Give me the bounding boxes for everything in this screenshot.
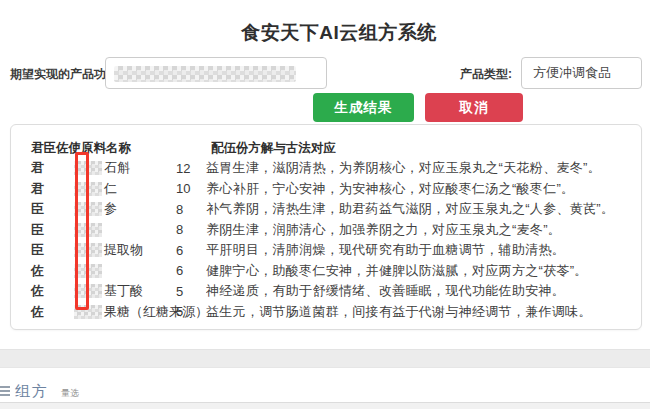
- table-row: 佐 果糖（红糖来源） 5 益生元，调节肠道菌群，间接有益于代谢与神经调节，兼作调…: [11, 302, 641, 323]
- redacted-ingredient-block: [74, 305, 102, 319]
- product-type-select[interactable]: 方便冲调食品: [521, 57, 642, 89]
- redacted-ingredient-block: [74, 264, 102, 278]
- table-row: 佐 基丁酸 5 神经递质，有助于舒缓情绪、改善睡眠，现代功能佐助安神。: [11, 281, 641, 302]
- redacted-input-value: [114, 66, 296, 82]
- generate-result-button[interactable]: 生成结果: [313, 93, 414, 122]
- column-header-ingredients: 君臣佐使原料名称: [31, 140, 196, 157]
- row-description: 神经递质，有助于舒缓情绪、改善睡眠，现代功能佐助安神。: [206, 282, 641, 300]
- table-row: 臣 8 养阴生津，润肺清心，加强养阴之力，对应玉泉丸之“麦冬”。: [11, 220, 641, 241]
- role-label: 佐: [31, 303, 63, 321]
- role-label: 臣: [31, 221, 63, 239]
- function-input[interactable]: [105, 57, 327, 89]
- ingredient-name: 石斛: [63, 159, 176, 177]
- ingredient-name: 果糖（红糖来源）: [63, 303, 176, 321]
- ingredient-name: [63, 264, 176, 278]
- row-description: 益生元，调节肠道菌群，间接有益于代谢与神经调节，兼作调味。: [206, 303, 641, 321]
- table-row: 君 仁 10 养心补肝，宁心安神，为安神核心，对应酸枣仁汤之“酸枣仁”。: [11, 179, 641, 200]
- ratio-value: 6: [176, 263, 206, 278]
- hamburger-icon[interactable]: [0, 386, 10, 397]
- role-label: 君: [31, 180, 63, 198]
- role-label: 佐: [31, 282, 63, 300]
- redacted-ingredient-block: [74, 161, 102, 175]
- ratio-value: 10: [176, 181, 206, 196]
- footer-divider-band: [0, 349, 650, 368]
- ingredient-name: 参: [63, 200, 176, 218]
- ratio-value: 5: [176, 284, 206, 299]
- ratio-value: 5: [176, 304, 206, 319]
- row-description: 养心补肝，宁心安神，为安神核心，对应酸枣仁汤之“酸枣仁”。: [206, 180, 641, 198]
- ratio-value: 6: [176, 243, 206, 258]
- row-description: 补气养阴，清热生津，助君药益气滋阴，对应玉泉丸之“人参、黄芪”。: [206, 200, 641, 218]
- function-label: 期望实现的产品功能: [10, 66, 118, 83]
- page-title: 食安天下AI云组方系统: [0, 20, 650, 46]
- section-title-zufang[interactable]: 组方: [15, 382, 49, 401]
- redacted-ingredient-block: [74, 243, 102, 257]
- role-label: 臣: [31, 241, 63, 259]
- ratio-value: 8: [176, 202, 206, 217]
- row-description: 平肝明目，清肺润燥，现代研究有助于血糖调节，辅助清热。: [206, 241, 641, 259]
- ratio-value: 8: [176, 222, 206, 237]
- ingredient-name: [63, 223, 176, 237]
- product-type-value: 方便冲调食品: [533, 65, 611, 80]
- redacted-ingredient-block: [74, 182, 102, 196]
- footer-nav: 组方 量选: [0, 381, 650, 401]
- section-subtext: 量选: [61, 387, 79, 400]
- row-description: 养阴生津，润肺清心，加强养阴之力，对应玉泉丸之“麦冬”。: [206, 221, 641, 239]
- table-row: 臣 参 8 补气养阴，清热生津，助君药益气滋阴，对应玉泉丸之“人参、黄芪”。: [11, 199, 641, 220]
- role-label: 佐: [31, 262, 63, 280]
- app-window: 食安天下AI云组方系统 期望实现的产品功能 产品类型: 方便冲调食品 生成结果 …: [0, 0, 650, 409]
- redacted-ingredient-block: [74, 284, 102, 298]
- column-header-ratio-explanation: 配伍份方解与古法对应: [211, 140, 336, 157]
- redacted-ingredient-block: [74, 223, 102, 237]
- bottom-strip: [0, 402, 650, 409]
- redacted-ingredient-block: [74, 202, 102, 216]
- cancel-button[interactable]: 取消: [425, 93, 523, 122]
- formula-result-card: 君臣佐使原料名称 配伍份方解与古法对应 君 石斛 12 益胃生津，滋阴清热，为养…: [10, 124, 642, 330]
- table-header-row: 君臣佐使原料名称 配伍份方解与古法对应: [11, 138, 641, 158]
- row-description: 益胃生津，滋阴清热，为养阴核心，对应玉泉丸之“天花粉、麦冬”。: [206, 159, 641, 177]
- ratio-value: 12: [176, 161, 206, 176]
- table-row: 君 石斛 12 益胃生津，滋阴清热，为养阴核心，对应玉泉丸之“天花粉、麦冬”。: [11, 158, 641, 179]
- table-row: 臣 提取物 6 平肝明目，清肺润燥，现代研究有助于血糖调节，辅助清热。: [11, 240, 641, 261]
- table-row: 佐 6 健脾宁心，助酸枣仁安神，并健脾以防滋腻，对应两方之“茯苓”。: [11, 261, 641, 282]
- ingredient-name: 提取物: [63, 241, 176, 259]
- ingredient-name: 仁: [63, 180, 176, 198]
- row-description: 健脾宁心，助酸枣仁安神，并健脾以防滋腻，对应两方之“茯苓”。: [206, 262, 641, 280]
- ingredient-name: 基丁酸: [63, 282, 176, 300]
- role-label: 臣: [31, 200, 63, 218]
- role-label: 君: [31, 159, 63, 177]
- product-type-label: 产品类型:: [460, 66, 512, 83]
